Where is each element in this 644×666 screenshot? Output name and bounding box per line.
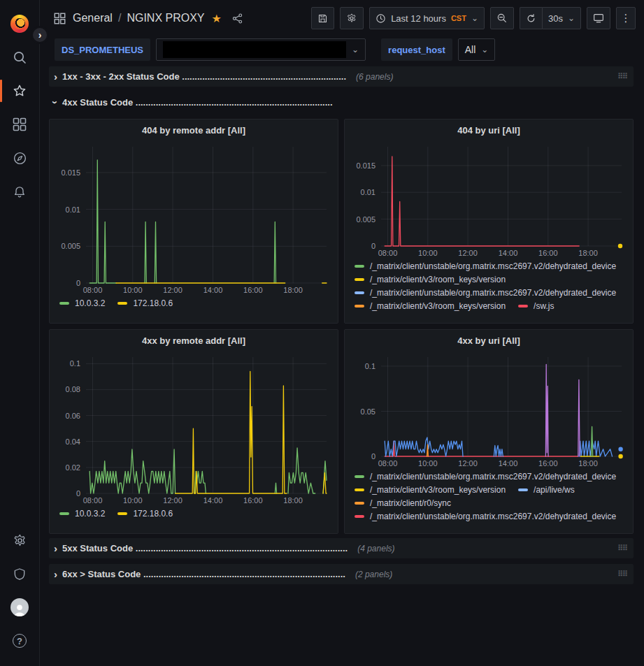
sidebar-item-dashboards[interactable] xyxy=(0,108,39,141)
svg-text:14:00: 14:00 xyxy=(499,459,518,468)
row-title: 1xx - 3xx - 2xx Status Code ............… xyxy=(62,71,346,82)
timezone-badge: CST xyxy=(451,14,466,22)
svg-text:0.01: 0.01 xyxy=(66,205,80,214)
panel-title[interactable]: 4xx by uri [All] xyxy=(350,333,627,350)
chevron-right-icon: › xyxy=(54,568,57,580)
row-panel-count: (4 panels) xyxy=(357,544,394,553)
legend-item[interactable]: /_matrix/client/unstable/org.matrix.msc2… xyxy=(355,288,616,298)
legend-item[interactable]: 172.18.0.6 xyxy=(117,509,173,519)
panel-404-by-remote-addr: 404 by remote addr [All] 00.0050.010.015… xyxy=(49,119,338,324)
legend-item[interactable]: 10.0.3.2 xyxy=(59,298,105,308)
sidebar-item-configuration[interactable] xyxy=(0,523,39,557)
refresh-button[interactable] xyxy=(520,7,542,29)
kiosk-mode-button[interactable] xyxy=(587,7,610,29)
legend-item[interactable]: /_matrix/client/r0/sync xyxy=(355,498,451,508)
legend-item[interactable]: /_matrix/client/v3/room_keys/version xyxy=(355,301,506,311)
chevron-down-icon: › xyxy=(50,101,62,104)
sidebar-item-alerting[interactable] xyxy=(0,175,39,208)
sidebar-item-explore[interactable] xyxy=(0,141,39,175)
drag-handle-icon[interactable]: ⠿⠿ xyxy=(617,72,627,81)
variable-value-ds-prometheus[interactable]: ⌄ xyxy=(156,38,366,61)
svg-text:08:00: 08:00 xyxy=(83,496,103,505)
legend-series-swatch xyxy=(355,475,364,478)
zoom-out-button[interactable] xyxy=(490,7,514,29)
kebab-menu-icon: ⋮ xyxy=(621,12,631,24)
svg-text:08:00: 08:00 xyxy=(83,286,103,294)
legend-item[interactable]: /_matrix/client/v3/room_keys/version xyxy=(355,275,506,284)
legend-series-label: /_matrix/client/unstable/org.matrix.msc2… xyxy=(370,512,616,521)
svg-text:08:00: 08:00 xyxy=(378,459,398,468)
timeseries-chart[interactable]: 00.0050.010.01508:0010:0012:0014:0016:00… xyxy=(55,140,332,296)
request-host-value: All xyxy=(465,44,476,55)
svg-text:0.015: 0.015 xyxy=(61,168,80,177)
svg-text:0: 0 xyxy=(76,489,80,498)
time-range-picker[interactable]: Last 12 hours CST ⌄ xyxy=(369,7,485,29)
legend-series-label: 172.18.0.6 xyxy=(133,298,173,308)
legend-item[interactable]: 10.0.3.2 xyxy=(59,509,105,519)
breadcrumb-dashboard-title[interactable]: NGINX PROXY xyxy=(127,12,204,24)
panel-title[interactable]: 404 by uri [All] xyxy=(350,123,627,140)
legend-item[interactable]: /api/live/ws xyxy=(518,485,575,495)
timeseries-chart[interactable]: 00.0050.010.01508:0010:0012:0014:0016:00… xyxy=(350,140,627,259)
row-6xx[interactable]: › 6xx > Status Code ....................… xyxy=(49,564,634,584)
legend-item[interactable]: /_matrix/client/unstable/org.matrix.msc2… xyxy=(355,512,616,521)
panel-title[interactable]: 404 by remote addr [All] xyxy=(55,123,332,140)
sidebar-item-starred[interactable] xyxy=(0,74,39,108)
timeseries-chart[interactable]: 00.050.108:0010:0012:0014:0016:0018:00 xyxy=(350,350,627,469)
save-dashboard-button[interactable] xyxy=(311,7,334,29)
sidebar-item-help[interactable]: ? xyxy=(0,624,39,658)
breadcrumb-separator: / xyxy=(118,12,121,24)
panel-title[interactable]: 4xx by remote addr [All] xyxy=(55,333,332,350)
sidebar-item-profile[interactable] xyxy=(0,591,39,624)
panel-grid: 404 by remote addr [All] 00.0050.010.015… xyxy=(49,119,634,534)
sidebar-item-server-admin[interactable] xyxy=(0,557,39,591)
svg-text:14:00: 14:00 xyxy=(499,249,518,257)
sidebar-item-search[interactable] xyxy=(0,41,39,74)
legend-item[interactable]: /sw.js xyxy=(518,301,554,311)
grafana-logo-icon xyxy=(10,15,29,33)
svg-text:0.08: 0.08 xyxy=(66,385,80,393)
chevron-right-icon: › xyxy=(54,542,57,554)
legend-series-label: /sw.js xyxy=(534,301,554,311)
breadcrumb-folder[interactable]: General xyxy=(73,12,113,24)
variable-label-ds-prometheus[interactable]: DS_PROMETHEUS xyxy=(55,38,150,61)
shield-icon xyxy=(13,567,27,581)
legend-item[interactable]: /_matrix/client/unstable/org.matrix.msc2… xyxy=(355,261,616,271)
share-icon[interactable] xyxy=(231,13,243,24)
legend-item[interactable]: /_matrix/client/unstable/org.matrix.msc2… xyxy=(355,472,616,482)
zoom-out-icon xyxy=(496,13,508,24)
svg-text:0.04: 0.04 xyxy=(66,437,80,446)
variable-label-request-host[interactable]: request_host xyxy=(381,38,452,61)
sidebar-expand-button[interactable]: › xyxy=(31,26,49,44)
legend-item[interactable]: /_matrix/client/v3/room_keys/version xyxy=(355,485,506,495)
row-5xx[interactable]: › 5xx Status Code ......................… xyxy=(49,538,634,558)
avatar xyxy=(10,598,29,616)
legend-series-swatch xyxy=(355,515,364,518)
svg-text:10:00: 10:00 xyxy=(418,459,438,468)
variable-value-request-host[interactable]: All ⌄ xyxy=(458,38,496,61)
favorite-star-icon[interactable]: ★ xyxy=(212,12,222,25)
svg-text:0.1: 0.1 xyxy=(365,362,375,370)
refresh-interval-dropdown[interactable]: 30s ⌄ xyxy=(542,7,581,29)
chevron-down-icon: ⌄ xyxy=(568,13,575,23)
svg-text:14:00: 14:00 xyxy=(203,496,223,505)
drag-handle-icon[interactable]: ⠿⠿ xyxy=(617,544,627,553)
save-icon xyxy=(317,13,328,24)
svg-text:12:00: 12:00 xyxy=(163,496,183,505)
legend-series-swatch xyxy=(518,305,528,307)
svg-text:16:00: 16:00 xyxy=(538,249,558,257)
svg-text:0.06: 0.06 xyxy=(66,412,80,420)
row-1xx-3xx-2xx[interactable]: › 1xx - 3xx - 2xx Status Code ..........… xyxy=(49,66,634,87)
legend-series-label: 10.0.3.2 xyxy=(75,298,105,308)
star-outline-icon xyxy=(12,83,27,99)
row-4xx[interactable]: › 4xx Status Code ......................… xyxy=(49,92,634,113)
drag-handle-icon[interactable]: ⠿⠿ xyxy=(617,570,627,579)
legend-item[interactable]: 172.18.0.6 xyxy=(117,298,173,308)
svg-text:0.01: 0.01 xyxy=(361,188,375,196)
timeseries-chart[interactable]: 00.020.040.060.080.108:0010:0012:0014:00… xyxy=(55,350,332,506)
more-options-button[interactable]: ⋮ xyxy=(616,7,636,29)
dashboard-settings-button[interactable] xyxy=(340,7,364,29)
chevron-down-icon: ⌄ xyxy=(471,13,478,23)
refresh-interval-value: 30s xyxy=(548,13,563,24)
svg-text:08:00: 08:00 xyxy=(378,249,398,257)
